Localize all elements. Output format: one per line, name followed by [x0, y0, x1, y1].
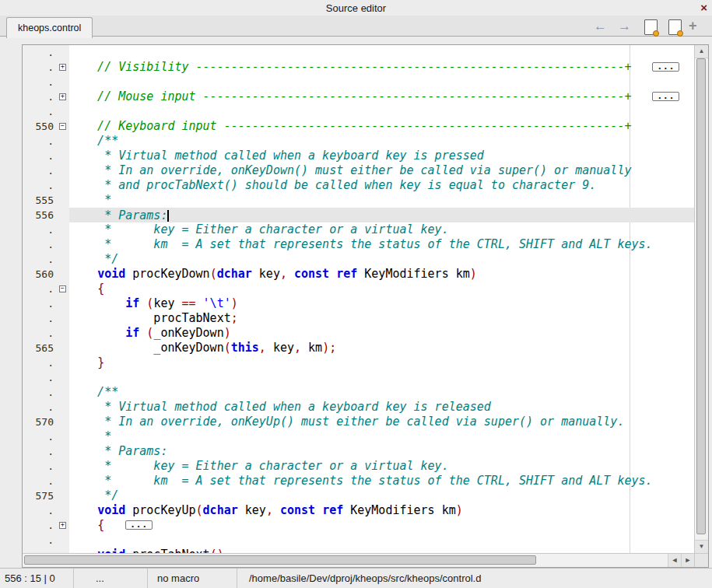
close-button[interactable]: ×: [700, 0, 707, 16]
code-line[interactable]: .: [23, 533, 694, 548]
code-text[interactable]: */: [69, 488, 694, 503]
scroll-left-button[interactable]: ◄: [668, 554, 681, 567]
go-forward-button[interactable]: →: [618, 19, 631, 33]
code-line[interactable]: .: [23, 45, 694, 60]
line-number: 550: [23, 119, 57, 134]
macro-status: no macro: [148, 569, 237, 588]
code-line[interactable]: 556 * Params:: [23, 208, 694, 222]
vertical-scrollbar-thumb[interactable]: [696, 58, 706, 534]
code-line[interactable]: . * and procTabNext() should be called w…: [23, 178, 694, 193]
code-text[interactable]: // Mouse input -------------------------…: [69, 89, 694, 104]
code-text[interactable]: if (key == '\t'): [69, 296, 694, 311]
code-text[interactable]: * Virtual method called when a keyboard …: [69, 149, 694, 163]
code-line[interactable]: . *: [23, 429, 694, 444]
code-line[interactable]: . * key = Either a character or a virtua…: [23, 222, 694, 237]
code-text[interactable]: void procKeyDown(dchar key, const ref Ke…: [69, 267, 694, 282]
code-line[interactable]: 560 void procKeyDown(dchar key, const re…: [23, 267, 694, 282]
code-text[interactable]: * key = Either a character or a virtual …: [69, 459, 694, 474]
code-line[interactable]: . * In an override, onKeyDown() must eit…: [23, 163, 694, 178]
code-text[interactable]: // Keyboard input ----------------------…: [69, 119, 694, 134]
code-line[interactable]: . * Virtual method called when a keyboar…: [23, 149, 694, 163]
document-button-2[interactable]: [668, 19, 682, 35]
code-line[interactable]: 550− // Keyboard input -----------------…: [23, 119, 694, 134]
editor-rows[interactable]: ..+ // Visibility ----------------------…: [23, 45, 694, 553]
code-line[interactable]: . * km = A set that represents the statu…: [23, 237, 694, 252]
tab-kheops-control[interactable]: kheops.control: [6, 17, 93, 38]
code-text[interactable]: *: [69, 193, 694, 208]
code-text[interactable]: * In an override, onKeyDown() must eithe…: [69, 163, 694, 178]
fold-ellipsis[interactable]: ...: [652, 62, 679, 72]
code-line[interactable]: .: [23, 370, 694, 385]
code-line[interactable]: . void procKeyUp(dchar key, const ref Ke…: [23, 503, 694, 518]
fold-margin: [57, 370, 69, 385]
code-text[interactable]: * In an override, onKeyUp() must either …: [69, 415, 694, 429]
code-text[interactable]: /**: [69, 134, 694, 149]
code-text[interactable]: [69, 370, 694, 385]
code-text[interactable]: }: [69, 355, 694, 370]
code-line[interactable]: .+ {...: [23, 518, 694, 533]
code-line[interactable]: . }: [23, 355, 694, 370]
fold-toggle[interactable]: +: [59, 522, 66, 529]
code-text[interactable]: procTabNext;: [69, 311, 694, 326]
fold-ellipsis[interactable]: ...: [125, 520, 153, 530]
scroll-up-button[interactable]: ▲: [695, 45, 708, 58]
code-line[interactable]: .− {: [23, 282, 694, 296]
code-line[interactable]: .: [23, 104, 694, 119]
code-text[interactable]: * Params:: [69, 444, 694, 459]
code-line[interactable]: .: [23, 75, 694, 89]
code-line[interactable]: 575 */: [23, 488, 694, 503]
fold-margin: [57, 355, 69, 370]
fold-toggle[interactable]: +: [59, 64, 66, 71]
code-line[interactable]: . */: [23, 252, 694, 267]
code-text[interactable]: void procTabNext(): [69, 548, 694, 553]
code-text[interactable]: * Virtual method called when a keyboard …: [69, 400, 694, 415]
code-text[interactable]: _onKeyDown(this, key, km);: [69, 341, 694, 355]
fold-toggle[interactable]: −: [59, 123, 66, 130]
code-text[interactable]: void procKeyUp(dchar key, const ref KeyM…: [69, 503, 694, 518]
fold-ellipsis[interactable]: ...: [652, 92, 679, 101]
horizontal-scrollbar-thumb[interactable]: [24, 555, 536, 565]
code-text[interactable]: * Params:: [69, 208, 694, 222]
code-line[interactable]: . * key = Either a character or a virtua…: [23, 459, 694, 474]
code-text[interactable]: /**: [69, 385, 694, 400]
code-text[interactable]: [69, 533, 694, 548]
code-line[interactable]: . * Virtual method called when a keyboar…: [23, 400, 694, 415]
document-button-1[interactable]: [644, 19, 658, 35]
code-line[interactable]: . * km = A set that represents the statu…: [23, 474, 694, 488]
code-line[interactable]: .+ // Visibility -----------------------…: [23, 60, 694, 75]
code-text[interactable]: *: [69, 429, 694, 444]
fold-toggle[interactable]: +: [59, 93, 66, 100]
code-text[interactable]: * key = Either a character or a virtual …: [69, 222, 694, 237]
code-line[interactable]: . procTabNext;: [23, 311, 694, 326]
scroll-right-button[interactable]: ►: [681, 554, 694, 567]
fold-toggle[interactable]: −: [59, 285, 66, 292]
code-text[interactable]: * km = A set that represents the status …: [69, 237, 694, 252]
code-line[interactable]: . /**: [23, 385, 694, 400]
code-line[interactable]: . if (_onKeyDown): [23, 326, 694, 341]
code-text[interactable]: * km = A set that represents the status …: [69, 474, 694, 488]
fold-margin: [57, 45, 69, 60]
plus-button[interactable]: +: [689, 19, 697, 33]
code-line[interactable]: . void procTabNext(): [23, 548, 694, 553]
code-line[interactable]: .+ // Mouse input ----------------------…: [23, 89, 694, 104]
code-text[interactable]: [69, 45, 694, 60]
code-text[interactable]: {: [69, 282, 694, 296]
code-line[interactable]: . * Params:: [23, 444, 694, 459]
scroll-down-button[interactable]: ▼: [695, 540, 708, 553]
code-line[interactable]: 570 * In an override, onKeyUp() must eit…: [23, 415, 694, 429]
fold-margin: [57, 104, 69, 119]
code-text[interactable]: {...: [69, 518, 694, 533]
code-line[interactable]: 565 _onKeyDown(this, key, km);: [23, 341, 694, 355]
code-text[interactable]: [69, 104, 694, 119]
vertical-scrollbar[interactable]: ▲ ▼: [694, 45, 708, 553]
horizontal-scrollbar[interactable]: ◄ ►: [23, 553, 694, 567]
code-text[interactable]: if (_onKeyDown): [69, 326, 694, 341]
code-line[interactable]: 555 *: [23, 193, 694, 208]
code-text[interactable]: // Visibility --------------------------…: [69, 60, 694, 75]
code-line[interactable]: . /**: [23, 134, 694, 149]
code-line[interactable]: . if (key == '\t'): [23, 296, 694, 311]
go-back-button[interactable]: ←: [594, 19, 607, 33]
code-text[interactable]: * and procTabNext() should be called whe…: [69, 178, 694, 193]
code-text[interactable]: [69, 75, 694, 89]
code-text[interactable]: */: [69, 252, 694, 267]
